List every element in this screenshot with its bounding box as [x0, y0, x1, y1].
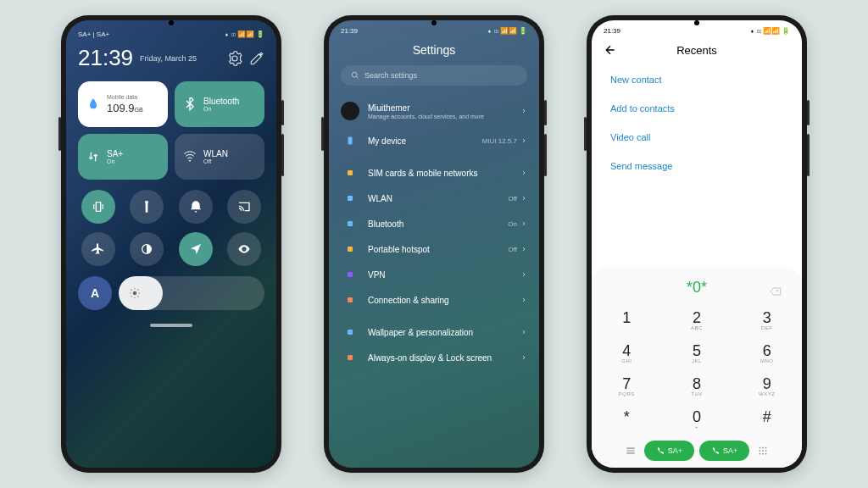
keypad-key-3[interactable]: 3DEF [732, 303, 802, 336]
toggle-dnd[interactable] [179, 190, 213, 224]
clock-time: 21:39 [78, 45, 133, 71]
avatar [341, 102, 359, 120]
tile-sim[interactable]: SA+On [78, 134, 168, 180]
dialpad-icon[interactable] [754, 445, 771, 457]
svg-point-2 [352, 72, 357, 77]
back-icon[interactable] [604, 43, 617, 57]
svg-point-19 [762, 453, 764, 455]
keypad-key-4[interactable]: 4GHI [592, 336, 662, 369]
keypad-key-9[interactable]: 9WXYZ [732, 369, 802, 402]
svg-point-14 [765, 447, 767, 449]
toggle-vibrate[interactable] [81, 190, 115, 224]
svg-point-20 [765, 453, 767, 455]
settings-item[interactable]: Wallpaper & personalization [329, 319, 539, 345]
svg-rect-8 [348, 272, 353, 277]
status-bar: SA+ | SA+⬧ ◫ 📶📶 🔋 [78, 30, 264, 38]
search-input[interactable]: Search settings [341, 65, 527, 86]
context-menu-item[interactable]: Video call [610, 123, 783, 152]
context-menu-item[interactable]: Send message [610, 152, 783, 180]
keypad-key-*[interactable]: * [592, 402, 662, 435]
svg-rect-6 [348, 221, 353, 226]
svg-point-1 [133, 291, 137, 296]
keypad-key-5[interactable]: 5JKL [662, 336, 732, 369]
settings-item[interactable]: Bluetooth On [329, 211, 539, 236]
keypad-key-#[interactable]: # [732, 402, 802, 435]
page-title: Recents [617, 44, 776, 57]
svg-rect-9 [348, 297, 353, 302]
svg-rect-11 [348, 355, 353, 360]
tile-wlan[interactable]: WLANOff [175, 134, 264, 180]
keypad-key-2[interactable]: 2ABC [662, 303, 732, 336]
call-button-sim2[interactable]: SA+ [699, 441, 749, 461]
toggle-location[interactable] [179, 232, 213, 266]
brightness-icon [129, 287, 141, 299]
keypad-key-6[interactable]: 6MNO [732, 336, 802, 369]
svg-rect-10 [348, 330, 353, 335]
context-menu-item[interactable]: New contact [610, 65, 783, 94]
search-icon [351, 71, 359, 80]
settings-my-device[interactable]: My device MIUI 12.5.7 [329, 128, 539, 153]
settings-item[interactable]: Always-on display & Lock screen [329, 345, 539, 370]
keypad-key-1[interactable]: 1 [592, 303, 662, 336]
page-title: Settings [329, 38, 539, 65]
settings-item[interactable]: SIM cards & mobile networks [329, 160, 539, 186]
keypad-key-8[interactable]: 8TUV [662, 369, 732, 402]
tile-bluetooth[interactable]: BluetoothOn [175, 81, 264, 127]
phone-settings: 21:39⬧ ◫ 📶📶 🔋 Settings Search settings M… [324, 15, 544, 473]
svg-rect-7 [348, 247, 353, 252]
call-button-sim1[interactable]: SA+ [644, 441, 694, 461]
dialed-number: *0* [592, 275, 802, 303]
toggle-dark[interactable] [130, 232, 164, 266]
svg-point-17 [765, 450, 767, 452]
settings-account[interactable]: MiuithemerManage accounts, cloud service… [329, 94, 539, 128]
settings-icon[interactable] [227, 51, 242, 66]
keypad-key-7[interactable]: 7PQRS [592, 369, 662, 402]
tile-mobile-data[interactable]: Mobile data109.9GB [78, 81, 168, 127]
toggle-airplane[interactable] [81, 232, 115, 266]
svg-point-13 [762, 447, 764, 449]
toggle-auto[interactable]: A [78, 276, 112, 310]
keypad-key-0[interactable]: 0+ [662, 402, 732, 435]
svg-point-15 [760, 450, 761, 452]
chevron-right-icon [520, 108, 527, 114]
edit-icon[interactable] [249, 51, 264, 66]
brightness-slider[interactable] [119, 276, 264, 310]
settings-item[interactable]: Connection & sharing [329, 287, 539, 313]
phone-dialer: 21:39⬧ ◫ 📶📶 🔋 Recents New contactAdd to … [587, 15, 807, 473]
toggle-cast[interactable] [227, 190, 261, 224]
clock-date: Friday, March 25 [140, 54, 220, 63]
device-icon [345, 136, 355, 146]
svg-point-16 [762, 450, 764, 452]
drag-handle[interactable] [150, 324, 192, 327]
settings-item[interactable]: WLAN Off [329, 186, 539, 211]
context-menu-item[interactable]: Add to contacts [610, 94, 783, 123]
settings-item[interactable]: Portable hotspot Off [329, 236, 539, 262]
backspace-icon[interactable] [768, 284, 783, 296]
svg-rect-4 [348, 170, 353, 175]
svg-point-18 [760, 453, 761, 455]
svg-rect-5 [348, 196, 353, 201]
phone-control-center: SA+ | SA+⬧ ◫ 📶📶 🔋 21:39 Friday, March 25… [61, 15, 281, 473]
svg-rect-3 [348, 137, 353, 145]
settings-item[interactable]: VPN [329, 262, 539, 287]
menu-icon[interactable] [622, 445, 639, 457]
toggle-eye[interactable] [227, 232, 261, 266]
toggle-flashlight[interactable] [130, 190, 164, 224]
svg-point-12 [760, 447, 761, 449]
